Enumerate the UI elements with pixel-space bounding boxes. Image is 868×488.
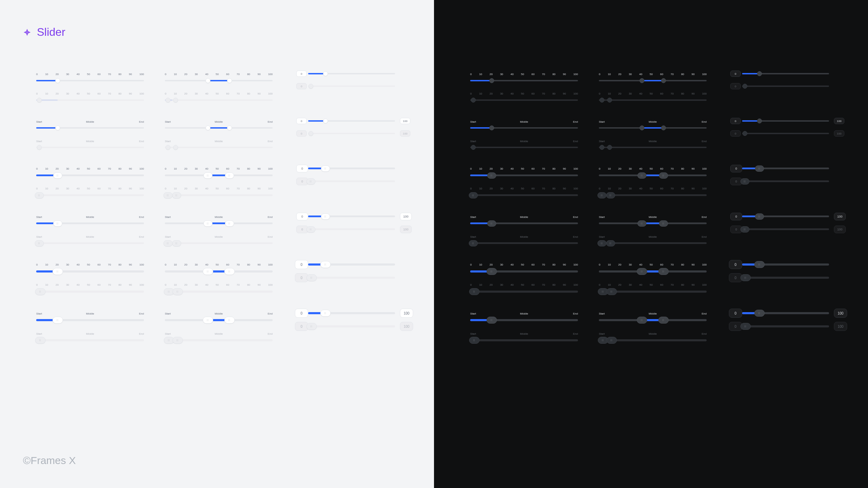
tick-label: 40 bbox=[511, 263, 514, 268]
slider-instance-disabled: StartMiddleEnd bbox=[599, 235, 707, 244]
tick-label: 40 bbox=[205, 263, 208, 268]
slider-instance[interactable]: StartMiddleEnd bbox=[599, 215, 707, 224]
tick-label: 10 bbox=[479, 284, 482, 288]
tick-label: 100 bbox=[268, 92, 273, 97]
tick-label: 20 bbox=[618, 263, 621, 268]
slider-instance-disabled: 0102030405060708090100 bbox=[165, 284, 273, 293]
tick-label: 20 bbox=[490, 187, 493, 192]
tick-label: 0 bbox=[36, 73, 38, 78]
tick-label: 30 bbox=[66, 187, 69, 192]
tick-label: 0 bbox=[165, 168, 166, 172]
slider-instance[interactable]: 0102030405060708090100 bbox=[36, 73, 144, 81]
tick-label: 90 bbox=[563, 284, 566, 288]
tick-label: 20 bbox=[618, 73, 621, 78]
slider-instance[interactable]: StartMiddleEnd bbox=[599, 312, 707, 321]
tick-label: 40 bbox=[639, 73, 642, 78]
slider-instance[interactable]: StartMiddleEnd bbox=[36, 215, 144, 224]
page-title: Slider bbox=[23, 26, 65, 39]
tick-label: 90 bbox=[563, 168, 566, 172]
tick-label: 0 bbox=[165, 73, 166, 78]
slider-instance[interactable]: 0100 bbox=[742, 215, 829, 217]
slider-instance[interactable]: Start Middle End bbox=[36, 120, 144, 129]
slider-instance[interactable]: StartMiddleEnd bbox=[165, 215, 273, 224]
tick-label: 40 bbox=[639, 168, 642, 172]
tick-label: 20 bbox=[618, 168, 621, 172]
tick-label: 50 bbox=[87, 187, 90, 192]
slider-instance[interactable]: 0 bbox=[742, 73, 829, 74]
slider-instance[interactable]: 0102030405060708090100 bbox=[599, 73, 707, 81]
slider-instance-disabled: StartMiddleEnd bbox=[165, 235, 273, 244]
tick-label: 60 bbox=[660, 73, 663, 78]
slider-instance[interactable]: 0102030405060708090100 bbox=[165, 263, 273, 273]
tick-label: 50 bbox=[216, 187, 219, 192]
slider-instance[interactable]: StartMiddleEnd bbox=[599, 120, 707, 129]
slider-instance[interactable]: 0 bbox=[742, 263, 829, 266]
slider-instance[interactable]: 0 bbox=[308, 168, 395, 169]
slider-instance[interactable]: 0 bbox=[308, 73, 395, 74]
tick-label: 10 bbox=[479, 168, 482, 172]
tick-label: 100 bbox=[268, 284, 273, 288]
slider-instance[interactable]: StartMiddleEnd bbox=[165, 312, 273, 321]
slider-instance[interactable]: 0100 bbox=[742, 120, 829, 122]
tick-label: 70 bbox=[108, 187, 111, 192]
slider-instance[interactable]: 0102030405060708090100 bbox=[599, 168, 707, 176]
tick-label: 100 bbox=[573, 284, 578, 288]
slider-instance[interactable]: 0 bbox=[308, 263, 395, 266]
tick-label: 50 bbox=[521, 284, 524, 288]
slider-instance[interactable]: StartMiddleEnd bbox=[36, 312, 144, 321]
tick-label: 30 bbox=[629, 187, 632, 192]
slider-instance[interactable]: StartMiddleEnd bbox=[470, 312, 578, 321]
slider-sm-numeric-single: 0102030405060708090100 01020304050607080… bbox=[36, 73, 144, 101]
tick-label: 60 bbox=[660, 92, 663, 97]
tick-label: 20 bbox=[618, 92, 621, 97]
tick-label: 60 bbox=[97, 168, 101, 172]
tick-label: 60 bbox=[660, 187, 663, 192]
tick-label: 10 bbox=[174, 168, 177, 172]
tick-label: 20 bbox=[184, 187, 187, 192]
tick-label: 20 bbox=[56, 187, 59, 192]
tick-label: 40 bbox=[511, 168, 514, 172]
slider-instance[interactable]: StartMiddleEnd bbox=[470, 120, 578, 129]
tick-label: 30 bbox=[66, 263, 69, 268]
tick-label: 20 bbox=[184, 284, 187, 288]
slider-instance[interactable]: StartMiddleEnd bbox=[165, 120, 273, 129]
slider-instance[interactable]: 0102030405060708090100 bbox=[36, 168, 144, 176]
slider-instance[interactable]: 0102030405060708090100 bbox=[470, 168, 578, 176]
slider-instance-disabled: 0 bbox=[308, 277, 395, 279]
slider-instance[interactable]: 0102030405060708090100 bbox=[470, 73, 578, 81]
tick-label: 80 bbox=[552, 92, 555, 97]
tick-label: 0 bbox=[36, 168, 38, 172]
slider-instance[interactable]: 0 bbox=[742, 168, 829, 169]
slider-component-icon bbox=[23, 28, 31, 36]
tick-label: 50 bbox=[650, 92, 653, 97]
slider-instance[interactable]: 0102030405060708090100 bbox=[165, 168, 273, 176]
slider-instance-disabled: 0100 bbox=[742, 228, 829, 230]
slider-instance[interactable]: 0102030405060708090100 bbox=[470, 263, 578, 273]
tick-label: 100 bbox=[139, 284, 144, 288]
tick-label: 30 bbox=[500, 92, 503, 97]
slider-instance[interactable]: 0102030405060708090100 bbox=[36, 263, 144, 273]
tick-label: 70 bbox=[542, 168, 545, 172]
tick-label: 70 bbox=[108, 92, 111, 97]
slider-instance[interactable]: 0100 bbox=[742, 312, 829, 314]
slider-lg-badge-both: 0 100 0 100 bbox=[294, 312, 405, 341]
tick-label: 90 bbox=[563, 263, 566, 268]
tick-label: 100 bbox=[702, 73, 707, 78]
slider-instance[interactable]: 0102030405060708090100 bbox=[599, 263, 707, 273]
tick-label: 10 bbox=[174, 263, 177, 268]
slider-grid-dark: 0102030405060708090100010203040506070809… bbox=[470, 73, 837, 341]
tick-label: 20 bbox=[490, 168, 493, 172]
tick-label: 60 bbox=[226, 187, 229, 192]
tick-label: 0 bbox=[36, 284, 38, 288]
slider-instance[interactable]: 0 100 bbox=[308, 312, 395, 314]
tick-label: 50 bbox=[521, 168, 524, 172]
slider-instance[interactable]: 0 100 bbox=[308, 215, 395, 217]
slider-instance[interactable]: 0 100 bbox=[308, 120, 395, 122]
slider-instance[interactable]: StartMiddleEnd bbox=[470, 215, 578, 224]
tick-label: 10 bbox=[45, 168, 48, 172]
slider-instance-disabled: 0102030405060708090100 bbox=[470, 284, 578, 293]
tick-label: 30 bbox=[500, 73, 503, 78]
tick-label: 0 bbox=[165, 92, 166, 97]
slider-instance[interactable]: 0102030405060708090100 bbox=[165, 73, 273, 81]
tick-label: 90 bbox=[258, 92, 261, 97]
